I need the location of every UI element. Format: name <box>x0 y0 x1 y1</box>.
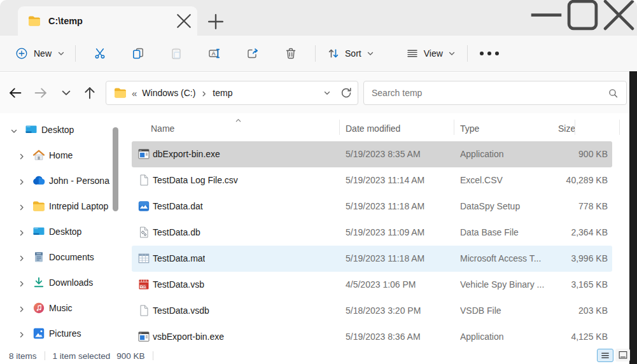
thumbnail-view-toggle[interactable] <box>615 349 630 361</box>
tab-title: C:\temp <box>48 16 176 26</box>
sidebar-item-intrepid-laptop[interactable]: Intrepid Laptop <box>0 193 124 219</box>
see-more-button[interactable] <box>477 41 502 66</box>
downloads-icon <box>32 276 45 289</box>
sidebar-item-music[interactable]: Music <box>0 295 124 321</box>
breadcrumb-windows-c[interactable]: Windows (C:) <box>142 88 195 98</box>
back-button[interactable] <box>8 85 23 101</box>
minimize-button[interactable] <box>528 0 564 29</box>
delete-button[interactable] <box>277 41 305 66</box>
forward-button[interactable] <box>33 85 48 101</box>
chevron-right-icon[interactable] <box>18 330 25 337</box>
svg-text:VSB: VSB <box>141 285 147 288</box>
folder-icon <box>32 200 45 213</box>
file-row[interactable]: VSBTestData.vsb4/5/2023 1:06 PMVehicle S… <box>132 272 612 298</box>
file-name: TestData.vsb <box>153 272 204 298</box>
close-button[interactable] <box>601 0 637 29</box>
column-header-name[interactable]: Name <box>151 123 174 134</box>
tab-c-temp[interactable]: C:\temp <box>18 6 197 36</box>
rename-button[interactable]: A <box>200 41 228 66</box>
column-header-date-modified[interactable]: Date modified <box>346 123 400 134</box>
search-box[interactable] <box>363 81 627 105</box>
chevron-right-icon[interactable] <box>200 90 207 97</box>
maximize-button[interactable] <box>564 0 601 29</box>
up-button[interactable] <box>82 85 97 101</box>
edit-buttons: A <box>81 41 310 66</box>
file-name: TestData.dat <box>153 193 203 220</box>
breadcrumb-temp[interactable]: temp <box>213 88 232 98</box>
svg-text:A: A <box>212 50 216 57</box>
file-name: TestData.mat <box>153 246 205 272</box>
file-name: vsbExport-bin.exe <box>153 324 224 350</box>
refresh-icon[interactable] <box>340 87 353 99</box>
file-type: Microsoft Access T... <box>460 246 567 272</box>
address-dropdown-icon[interactable] <box>323 89 331 97</box>
chevron-right-icon[interactable] <box>18 202 25 210</box>
sidebar-item-john-persona[interactable]: John - Persona <box>0 168 124 193</box>
recent-locations-button[interactable] <box>59 85 74 101</box>
folder-icon <box>114 87 127 99</box>
new-button[interactable]: New <box>10 42 70 65</box>
sort-button[interactable]: Sort <box>321 42 381 65</box>
chevron-down-icon <box>448 50 456 57</box>
chevron-down-icon[interactable] <box>10 126 18 134</box>
tab-close-icon[interactable] <box>176 13 192 29</box>
sidebar-item-downloads[interactable]: Downloads <box>0 270 124 295</box>
command-bar: New A Sort View <box>0 36 637 72</box>
view-button[interactable]: View <box>400 42 462 65</box>
exe-icon <box>137 148 150 160</box>
file-row[interactable]: TestData.mat5/19/2023 11:18 AMMicrosoft … <box>132 246 612 272</box>
file-row[interactable]: TestData.vsdb5/18/2023 3:20 PMVSDB File2… <box>132 298 612 324</box>
chevron-right-icon[interactable] <box>18 253 25 261</box>
breadcrumb-overflow[interactable]: « <box>132 88 137 99</box>
file-row[interactable]: TestData Log File.csv5/19/2023 11:14 AME… <box>132 167 612 193</box>
sidebar-scrollbar[interactable] <box>113 127 118 211</box>
file-name: TestData.db <box>153 220 200 246</box>
sidebar-item-label: Home <box>49 143 112 168</box>
sidebar-item-documents[interactable]: Documents <box>0 244 124 270</box>
file-date-modified: 5/19/2023 11:18 AM <box>346 193 424 220</box>
selection-count: 1 item selected <box>53 351 111 361</box>
column-header-type[interactable]: Type <box>460 123 479 134</box>
file-name: TestData.vsdb <box>153 298 209 324</box>
file-date-modified: 5/19/2023 11:18 AM <box>346 246 424 272</box>
chevron-right-icon[interactable] <box>18 228 25 235</box>
pictures-icon <box>32 327 45 340</box>
address-bar[interactable]: « Windows (C:) temp <box>106 81 358 105</box>
file-row[interactable]: TestData.db5/19/2023 11:09 AMData Base F… <box>132 220 612 246</box>
chevron-right-icon[interactable] <box>18 279 25 286</box>
new-tab-button[interactable] <box>207 13 224 30</box>
search-input[interactable] <box>372 88 608 98</box>
column-divider[interactable] <box>575 120 575 135</box>
toolbar-divider <box>315 45 316 62</box>
chevron-right-icon[interactable] <box>18 177 25 185</box>
main-area: DesktopHomeJohn - PersonaIntrepid Laptop… <box>0 113 629 347</box>
column-divider[interactable] <box>339 120 340 135</box>
cut-icon <box>94 47 106 60</box>
copy-icon <box>132 47 144 60</box>
sort-button-label: Sort <box>345 48 361 59</box>
paste-button[interactable] <box>162 41 190 66</box>
file-row[interactable]: dbExport-bin.exe5/19/2023 8:35 AMApplica… <box>132 141 612 167</box>
column-divider[interactable] <box>454 120 454 135</box>
file-row[interactable]: TestData.dat5/19/2023 11:18 AMDataSpy Se… <box>132 193 612 220</box>
share-button[interactable] <box>239 41 267 66</box>
toolbar-divider <box>467 45 468 62</box>
chevron-right-icon[interactable] <box>18 304 25 312</box>
column-divider[interactable] <box>619 120 620 135</box>
copy-button[interactable] <box>124 41 152 66</box>
toolbar-divider <box>75 45 76 62</box>
chevron-right-icon[interactable] <box>18 151 25 159</box>
cut-button[interactable] <box>86 41 114 66</box>
column-header-size[interactable]: Size <box>558 123 575 134</box>
sidebar-item-desktop[interactable]: Desktop <box>0 117 124 143</box>
sidebar-item-label: Documents <box>49 244 112 270</box>
file-row[interactable]: vsbExport-bin.exe5/19/2023 8:36 AMApplic… <box>132 324 612 350</box>
sidebar-item-desktop[interactable]: Desktop <box>0 219 124 244</box>
details-view-toggle[interactable] <box>597 349 613 362</box>
sidebar-item-pictures[interactable]: Pictures <box>0 321 124 346</box>
file-list: Name Date modified Type Size dbExport-bi… <box>124 113 629 347</box>
file-type: DataSpy Setup <box>460 193 567 220</box>
sidebar-item-home[interactable]: Home <box>0 143 124 168</box>
view-button-label: View <box>424 48 443 59</box>
share-icon <box>246 47 259 60</box>
